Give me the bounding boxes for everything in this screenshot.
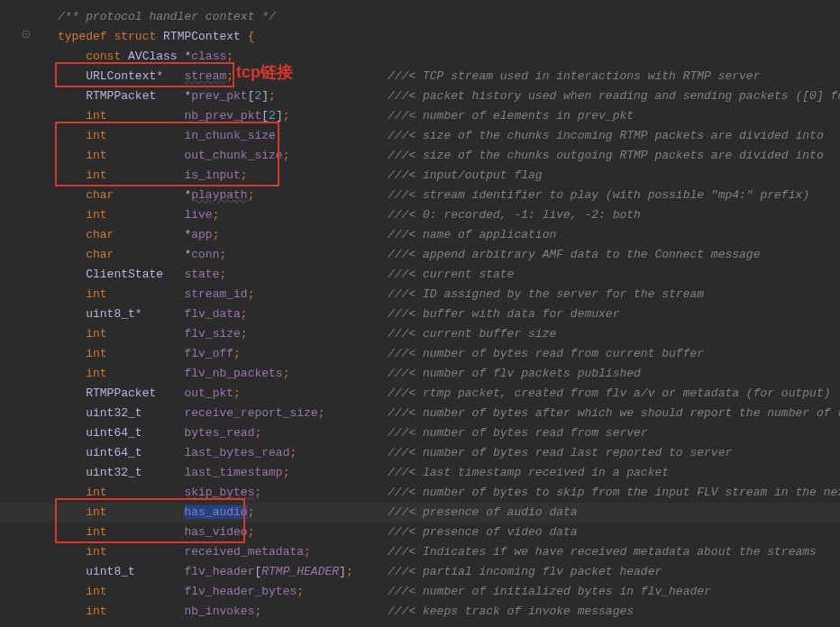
code-token: playpath bbox=[191, 188, 247, 202]
fold-toggle-icon[interactable] bbox=[22, 30, 34, 42]
code-editor[interactable]: tcp链接 /** protocol handler context */typ… bbox=[0, 0, 840, 622]
code-token: uint8_t bbox=[86, 565, 184, 578]
code-line[interactable]: int nb_prev_pkt[2];///< number of elemen… bbox=[18, 106, 840, 126]
code-token: nb_invokes bbox=[184, 604, 254, 618]
line-comment: ///< number of elements in prev_pkt bbox=[388, 106, 634, 126]
line-comment: ///< number of initialized bytes in flv_… bbox=[388, 582, 711, 602]
code-token: [ bbox=[261, 109, 269, 123]
code-token: uint32_t bbox=[86, 406, 184, 420]
code-line[interactable]: uint32_t last_timestamp;///< last timest… bbox=[18, 463, 840, 483]
code-token: char bbox=[86, 228, 184, 241]
code-line[interactable]: int received_metadata;///< Indicates if … bbox=[18, 542, 840, 562]
code-line[interactable]: int skip_bytes;///< number of bytes to s… bbox=[18, 483, 840, 503]
code-line[interactable]: uint8_t flv_header[RTMP_HEADER];///< par… bbox=[18, 562, 840, 582]
code-token: ; bbox=[226, 50, 233, 63]
code-line[interactable]: int nb_invokes;///< keeps track of invok… bbox=[18, 602, 840, 622]
code-token: flv_size bbox=[184, 327, 240, 341]
code-token: * bbox=[135, 307, 185, 321]
line-comment: ///< size of the chunks incoming RTMP pa… bbox=[388, 126, 824, 146]
code-line[interactable]: int has_video;///< presence of video dat… bbox=[18, 522, 840, 542]
line-comment: ///< keeps track of invoke messages bbox=[388, 602, 634, 622]
code-line[interactable]: int stream_id;///< ID assigned by the se… bbox=[18, 285, 840, 304]
code-line[interactable]: int out_chunk_size;///< size of the chun… bbox=[18, 146, 840, 166]
code-token: conn bbox=[191, 248, 219, 261]
code-line[interactable]: uint8_t* flv_data;///< buffer with data … bbox=[18, 304, 840, 324]
code-line[interactable]: char *app;///< name of application bbox=[18, 225, 840, 245]
code-token: ] bbox=[276, 109, 283, 123]
code-token: received_metadata bbox=[184, 545, 304, 559]
code-token: int bbox=[86, 168, 184, 182]
code-line[interactable]: int flv_nb_packets;///< number of flv pa… bbox=[18, 364, 840, 384]
code-line[interactable]: int flv_header_bytes;///< number of init… bbox=[18, 582, 840, 602]
code-token: nb_prev_pkt bbox=[184, 109, 261, 123]
line-comment: ///< current state bbox=[388, 265, 514, 285]
code-token: ; bbox=[346, 565, 353, 578]
code-line[interactable]: char *playpath;///< stream identifier to… bbox=[18, 186, 840, 205]
code-token: flv_data bbox=[184, 307, 240, 321]
code-token: ; bbox=[248, 505, 255, 519]
code-token: 2 bbox=[269, 109, 276, 123]
code-line[interactable]: ClientState state;///< current state bbox=[18, 265, 840, 285]
code-token: ; bbox=[283, 149, 290, 162]
code-line[interactable]: RTMPPacket *prev_pkt[2];///< packet hist… bbox=[18, 86, 840, 106]
code-line[interactable]: RTMPPacket out_pkt;///< rtmp packet, cre… bbox=[18, 384, 840, 404]
code-line[interactable]: URLContext* stream;///< TCP stream used … bbox=[18, 67, 840, 86]
line-comment: ///< number of bytes read last reported … bbox=[388, 443, 732, 463]
line-comment: ///< buffer with data for demuxer bbox=[388, 304, 619, 324]
code-line[interactable]: int has_audio;///< presence of audio dat… bbox=[18, 503, 840, 522]
code-token: int bbox=[86, 149, 184, 162]
code-token: struct bbox=[114, 30, 163, 43]
code-token: RTMPContext bbox=[163, 30, 248, 43]
code-token: has_video bbox=[184, 525, 247, 539]
code-token: ; bbox=[213, 228, 220, 241]
code-token: AVClass bbox=[128, 50, 184, 63]
code-token: RTMPPacket bbox=[86, 386, 184, 400]
code-token: flv_nb_packets bbox=[184, 367, 282, 380]
code-token: int bbox=[86, 545, 184, 559]
code-token: ; bbox=[248, 525, 255, 539]
code-token: stream_id bbox=[184, 287, 247, 301]
code-token: ; bbox=[248, 188, 255, 202]
code-token: ; bbox=[241, 307, 248, 321]
code-line[interactable]: int flv_off;///< number of bytes read fr… bbox=[18, 344, 840, 364]
code-token: int bbox=[86, 486, 184, 499]
line-comment: ///< stream identifier to play (with pos… bbox=[388, 186, 809, 205]
code-token: flv_header_bytes bbox=[184, 585, 297, 598]
line-comment: ///< presence of video data bbox=[388, 522, 578, 542]
code-line[interactable]: uint64_t bytes_read;///< number of bytes… bbox=[18, 423, 840, 443]
code-token: in_chunk_size bbox=[184, 129, 275, 142]
code-line[interactable]: const AVClass *class; bbox=[18, 47, 840, 67]
code-line[interactable]: int live;///< 0: recorded, -1: live, -2:… bbox=[18, 205, 840, 225]
line-comment: ///< size of the chunks outgoing RTMP pa… bbox=[388, 146, 824, 166]
code-token: ; bbox=[283, 367, 290, 380]
code-token: RTMP_HEADER bbox=[261, 565, 339, 578]
code-token: state bbox=[184, 268, 219, 281]
code-line[interactable]: uint32_t receive_report_size;///< number… bbox=[18, 404, 840, 423]
line-comment: ///< partial incoming flv packet header bbox=[388, 562, 662, 582]
code-token: ; bbox=[241, 168, 248, 182]
code-token: ; bbox=[283, 109, 290, 123]
code-token: typedef bbox=[58, 30, 114, 43]
line-comment: ///< input/output flag bbox=[388, 166, 543, 186]
code-token: ; bbox=[226, 69, 233, 83]
code-token: int bbox=[86, 327, 184, 341]
code-token: ; bbox=[241, 327, 248, 341]
code-token: ; bbox=[233, 386, 241, 400]
code-token: stream bbox=[184, 69, 226, 83]
code-token: last_bytes_read bbox=[184, 446, 289, 459]
code-token: live bbox=[184, 208, 212, 222]
code-line[interactable]: int is_input;///< input/output flag bbox=[18, 166, 840, 186]
line-comment: ///< number of bytes after which we shou… bbox=[388, 404, 840, 423]
code-line[interactable]: typedef struct RTMPContext { bbox=[18, 27, 840, 47]
code-token: ; bbox=[276, 129, 283, 142]
code-token: flv_header bbox=[184, 565, 254, 578]
code-token: is_input bbox=[184, 168, 240, 182]
code-line[interactable]: int flv_size;///< current buffer size bbox=[18, 324, 840, 344]
code-line[interactable]: uint64_t last_bytes_read;///< number of … bbox=[18, 443, 840, 463]
code-line[interactable]: int in_chunk_size;///< size of the chunk… bbox=[18, 126, 840, 146]
code-token: uint64_t bbox=[86, 446, 184, 459]
code-line[interactable]: /** protocol handler context */ bbox=[18, 7, 840, 27]
code-line[interactable]: char *conn;///< append arbitrary AMF dat… bbox=[18, 245, 840, 265]
code-token: ; bbox=[254, 604, 261, 618]
line-comment: ///< presence of audio data bbox=[388, 503, 578, 522]
